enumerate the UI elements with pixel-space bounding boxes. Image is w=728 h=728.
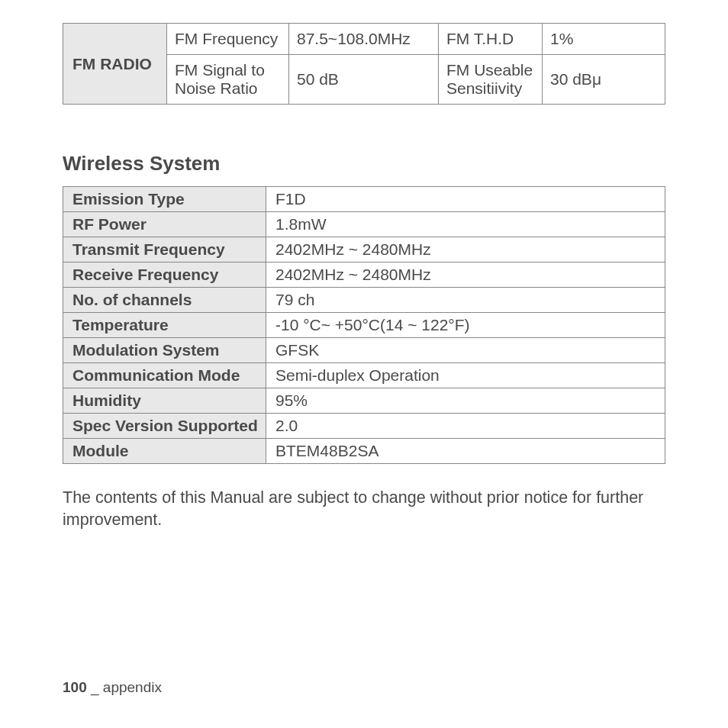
fm-radio-table: FM RADIO FM Frequency 87.5~108.0MHz FM T… [63,23,665,105]
page-number: 100 [63,679,87,695]
cell-value: Semi-duplex Operation [266,363,665,388]
cell-label: Modulation System [63,338,266,363]
cell-label: FM Signal to Noise Ratio [167,55,289,105]
wireless-system-table: Emission TypeF1DRF Power1.8mWTransmit Fr… [63,186,665,464]
page-footer: 100 _ appendix [63,679,162,696]
table-row: Spec Version Supported2.0 [63,414,665,439]
fm-radio-header: FM RADIO [63,24,167,105]
cell-value: GFSK [266,338,665,363]
cell-label: RF Power [63,212,266,237]
table-row: No. of channels79 ch [63,288,665,313]
cell-label: FM Frequency [167,24,289,55]
table-row: Emission TypeF1D [63,187,665,212]
cell-value: -10 °C~ +50°C(14 ~ 122°F) [266,313,665,338]
cell-label: FM T.H.D [439,24,543,55]
cell-value: 50 dB [289,55,439,105]
cell-label: Temperature [63,313,266,338]
cell-label: Emission Type [63,187,266,212]
cell-value: F1D [266,187,665,212]
table-row: Transmit Frequency2402MHz ~ 2480MHz [63,237,665,263]
disclaimer-note: The contents of this Manual are subject … [63,487,665,531]
cell-value: 2402MHz ~ 2480MHz [266,263,665,288]
table-row: ModuleBTEM48B2SA [63,439,665,464]
cell-value: 2402MHz ~ 2480MHz [266,237,665,263]
table-row: FM RADIO FM Frequency 87.5~108.0MHz FM T… [63,24,665,55]
cell-value: BTEM48B2SA [266,439,665,464]
cell-label: FM Useable Sensitiivity [439,55,543,105]
cell-label: Humidity [63,388,266,414]
table-row: Humidity95% [63,388,665,414]
cell-value: 30 dBμ [543,55,665,105]
cell-label: Communication Mode [63,363,266,388]
table-row: RF Power1.8mW [63,212,665,237]
cell-value: 2.0 [266,414,665,439]
table-row: Communication ModeSemi-duplex Operation [63,363,665,388]
cell-label: Module [63,439,266,464]
cell-label: Receive Frequency [63,263,266,288]
cell-label: No. of channels [63,288,266,313]
table-row: Modulation SystemGFSK [63,338,665,363]
cell-value: 79 ch [266,288,665,313]
cell-value: 95% [266,388,665,414]
cell-value: 1.8mW [266,212,665,237]
table-row: Temperature-10 °C~ +50°C(14 ~ 122°F) [63,313,665,338]
cell-label: Transmit Frequency [63,237,266,263]
footer-separator: _ [87,679,103,695]
table-row: Receive Frequency2402MHz ~ 2480MHz [63,263,665,288]
cell-value: 87.5~108.0MHz [289,24,439,55]
cell-value: 1% [543,24,665,55]
cell-label: Spec Version Supported [63,414,266,439]
wireless-system-heading: Wireless System [63,152,665,176]
footer-section: appendix [103,679,162,695]
